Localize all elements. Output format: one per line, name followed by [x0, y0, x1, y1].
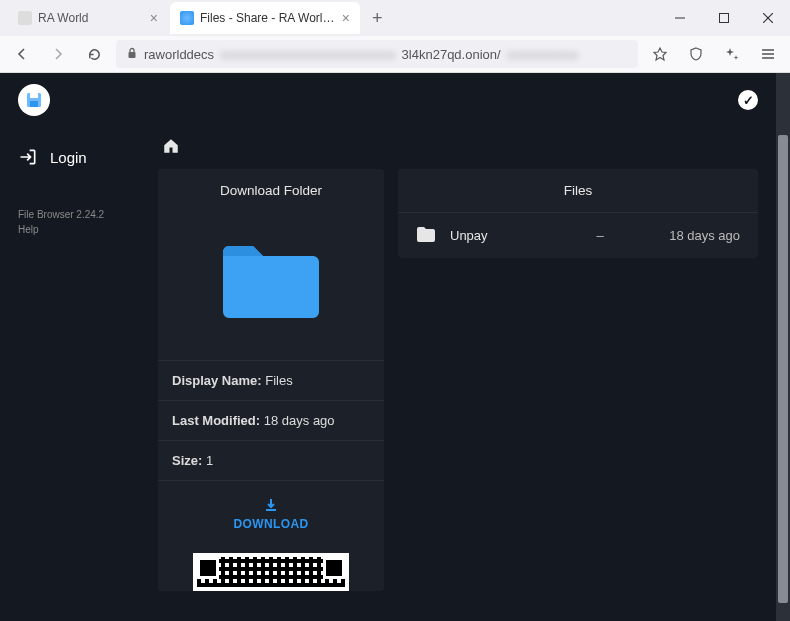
favicon-filebrowser: [180, 11, 194, 25]
file-browser-version[interactable]: File Browser 2.24.2: [18, 207, 132, 222]
tab-files-share[interactable]: Files - Share - RA World Leak ×: [170, 2, 360, 34]
bookmark-button[interactable]: [646, 40, 674, 68]
size-value: 1: [206, 453, 213, 468]
file-row[interactable]: Unpay – 18 days ago: [398, 212, 758, 258]
last-modified-label: Last Modified:: [172, 413, 260, 428]
card-title: Files: [398, 169, 758, 212]
tabs-bar: RA World × Files - Share - RA World Leak…: [0, 0, 790, 36]
scrollbar-thumb[interactable]: [778, 135, 788, 603]
browser-chrome: RA World × Files - Share - RA World Leak…: [0, 0, 790, 73]
breadcrumb: [158, 137, 758, 169]
url-prefix: raworlddecs: [144, 47, 214, 62]
tab-title: Files - Share - RA World Leak: [200, 11, 336, 25]
last-modified-row: Last Modified: 18 days ago: [158, 400, 384, 440]
login-button[interactable]: Login: [0, 137, 150, 177]
qr-code-section: [158, 545, 384, 591]
close-icon[interactable]: ×: [342, 11, 350, 25]
tab-title: RA World: [38, 11, 144, 25]
folder-icon: [219, 238, 323, 324]
display-name-value: Files: [265, 373, 292, 388]
svg-rect-9: [30, 93, 38, 98]
sidebar: Login File Browser 2.24.2 Help: [0, 73, 150, 621]
download-label: DOWNLOAD: [233, 517, 308, 531]
scrollbar-track[interactable]: [776, 73, 790, 621]
download-icon: [263, 497, 279, 513]
folder-preview: [158, 212, 384, 360]
file-size: –: [570, 228, 630, 243]
reload-button[interactable]: [80, 40, 108, 68]
folder-icon: [416, 225, 436, 246]
svg-rect-10: [30, 101, 38, 107]
app-logo[interactable]: [18, 84, 50, 116]
svg-rect-4: [129, 52, 136, 58]
size-label: Size:: [172, 453, 202, 468]
main: Download Folder Display Name: Files Last…: [150, 73, 776, 621]
display-name-row: Display Name: Files: [158, 360, 384, 400]
display-name-label: Display Name:: [172, 373, 262, 388]
sparkle-button[interactable]: [718, 40, 746, 68]
tab-ra-world[interactable]: RA World ×: [8, 2, 168, 34]
top-bar: ✓: [0, 73, 776, 127]
svg-rect-1: [720, 14, 729, 23]
home-icon[interactable]: [162, 137, 180, 155]
menu-button[interactable]: [754, 40, 782, 68]
check-icon[interactable]: ✓: [738, 90, 758, 110]
nav-bar: raworlddecsxxxxxxxxxxxxxxxxxxxxxxxxxxx3l…: [0, 36, 790, 72]
url-redacted: xxxxxxxxxxxxxxxxxxxxxxxxxxx: [220, 47, 396, 62]
close-icon[interactable]: ×: [150, 11, 158, 25]
download-folder-card: Download Folder Display Name: Files Last…: [158, 169, 384, 591]
size-row: Size: 1: [158, 440, 384, 480]
card-title: Download Folder: [158, 169, 384, 212]
new-tab-button[interactable]: +: [362, 8, 393, 29]
page-content: ✓ Login File Browser 2.24.2 Help Downloa…: [0, 73, 790, 621]
shield-button[interactable]: [682, 40, 710, 68]
close-window-button[interactable]: [746, 0, 790, 36]
download-button[interactable]: DOWNLOAD: [158, 480, 384, 545]
login-label: Login: [50, 149, 87, 166]
url-redacted-tail: xxxxxxxxxxx: [507, 47, 579, 62]
login-icon: [18, 147, 38, 167]
url-suffix: 3l4kn27qd.onion/: [402, 47, 501, 62]
help-link[interactable]: Help: [18, 222, 132, 237]
floppy-disk-icon: [25, 91, 43, 109]
sidebar-meta: File Browser 2.24.2 Help: [0, 177, 150, 237]
qr-code: [193, 553, 349, 591]
favicon-blank: [18, 11, 32, 25]
file-name: Unpay: [450, 228, 570, 243]
file-date: 18 days ago: [630, 228, 740, 243]
lock-icon: [126, 47, 138, 62]
forward-button[interactable]: [44, 40, 72, 68]
window-controls: [658, 0, 790, 36]
cards-row: Download Folder Display Name: Files Last…: [158, 169, 758, 591]
back-button[interactable]: [8, 40, 36, 68]
maximize-button[interactable]: [702, 0, 746, 36]
files-card: Files Unpay – 18 days ago: [398, 169, 758, 258]
last-modified-value: 18 days ago: [264, 413, 335, 428]
url-bar[interactable]: raworlddecsxxxxxxxxxxxxxxxxxxxxxxxxxxx3l…: [116, 40, 638, 68]
minimize-button[interactable]: [658, 0, 702, 36]
